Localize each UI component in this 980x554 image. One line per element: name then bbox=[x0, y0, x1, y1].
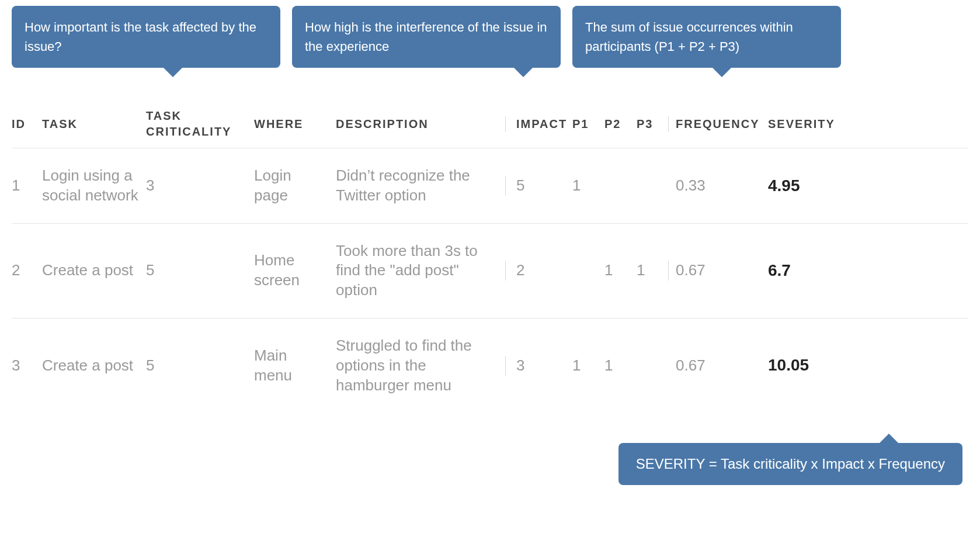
cell-task: Login using a social network bbox=[42, 166, 146, 206]
cell-criticality: 5 bbox=[146, 356, 254, 376]
cell-impact: 3 bbox=[505, 356, 572, 376]
cell-severity: 4.95 bbox=[768, 175, 850, 196]
table-row: 3 Create a post 5 Main menu Struggled to… bbox=[12, 318, 968, 413]
cell-impact: 5 bbox=[505, 176, 572, 196]
col-task: TASK bbox=[42, 116, 146, 132]
cell-severity: 6.7 bbox=[768, 260, 850, 281]
cell-p2: 1 bbox=[604, 261, 637, 281]
cell-id: 1 bbox=[12, 176, 42, 196]
cell-p3: 1 bbox=[637, 261, 669, 281]
col-impact: IMPACT bbox=[505, 116, 572, 132]
cell-frequency: 0.33 bbox=[669, 176, 768, 196]
cell-frequency: 0.67 bbox=[669, 356, 768, 376]
cell-p2: 1 bbox=[604, 356, 637, 376]
callout-frequency: The sum of issue occurrences within part… bbox=[572, 6, 841, 68]
table-row: 2 Create a post 5 Home screen Took more … bbox=[12, 224, 968, 318]
col-where: WHERE bbox=[254, 116, 336, 132]
col-criticality: TASK CRITICALITY bbox=[146, 108, 254, 140]
table-header-row: ID TASK TASK CRITICALITY WHERE DESCRIPTI… bbox=[12, 100, 968, 148]
cell-id: 2 bbox=[12, 261, 42, 281]
cell-where: Home screen bbox=[254, 251, 336, 290]
col-p1: P1 bbox=[572, 116, 604, 132]
cell-task: Create a post bbox=[42, 261, 146, 281]
col-description: DESCRIPTION bbox=[336, 116, 505, 132]
cell-task: Create a post bbox=[42, 356, 146, 376]
cell-p1: 1 bbox=[572, 356, 604, 376]
cell-description: Struggled to find the options in the ham… bbox=[336, 336, 505, 395]
cell-id: 3 bbox=[12, 356, 42, 376]
cell-description: Didn’t recognize the Twitter option bbox=[336, 166, 505, 206]
col-p2: P2 bbox=[604, 116, 637, 132]
cell-frequency: 0.67 bbox=[669, 261, 768, 281]
cell-p1: 1 bbox=[572, 176, 604, 196]
callout-impact: How high is the interference of the issu… bbox=[292, 6, 561, 68]
cell-criticality: 3 bbox=[146, 176, 254, 196]
severity-table: ID TASK TASK CRITICALITY WHERE DESCRIPTI… bbox=[12, 100, 968, 413]
cell-severity: 10.05 bbox=[768, 355, 850, 376]
table-row: 1 Login using a social network 3 Login p… bbox=[12, 148, 968, 224]
col-severity: SEVERITY bbox=[768, 116, 850, 132]
cell-where: Main menu bbox=[254, 346, 336, 386]
cell-description: Took more than 3s to find the "add post"… bbox=[336, 241, 505, 300]
col-p3: P3 bbox=[637, 116, 669, 132]
callout-severity-formula: SEVERITY = Task criticality x Impact x F… bbox=[618, 443, 962, 485]
col-frequency: FREQUENCY bbox=[669, 116, 768, 132]
callout-task-criticality: How important is the task affected by th… bbox=[12, 6, 280, 68]
cell-criticality: 5 bbox=[146, 261, 254, 281]
cell-where: Login page bbox=[254, 166, 336, 206]
cell-impact: 2 bbox=[505, 261, 572, 281]
col-id: ID bbox=[12, 116, 42, 132]
